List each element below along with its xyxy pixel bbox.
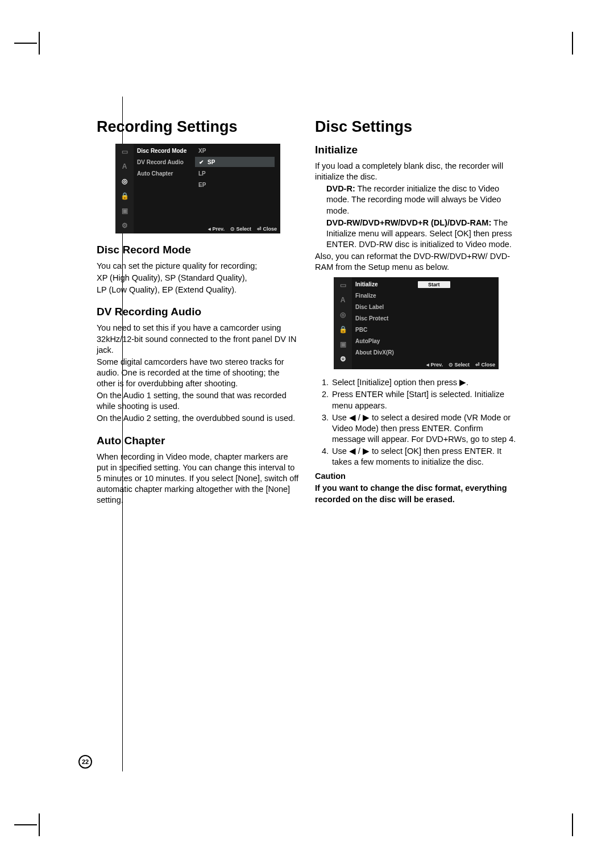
osd-row: EP	[134, 179, 280, 190]
body-text: DVD-RW/DVD+RW/DVD+R (DL)/DVD-RAM: The In…	[326, 218, 517, 250]
check-icon: ✔	[198, 159, 204, 165]
record-icon: ▣	[119, 205, 130, 216]
body-text: DVD-R: The recorder initialize the disc …	[326, 183, 517, 216]
osd-footer-prev: ◂ Prev.	[208, 226, 225, 232]
heading-auto-chapter: Auto Chapter	[97, 435, 299, 447]
osd-label: Disc Protect	[352, 315, 414, 322]
osd-value: Start	[414, 281, 499, 287]
disc-icon: ◎	[119, 176, 130, 187]
steps-list: Select [Initialize] option then press ▶.…	[315, 377, 517, 468]
osd-disc-menu: ▭ A ◎ 🔒 ▣ ⚙ Initialize Start Finalize Di…	[334, 277, 499, 369]
list-item: Press ENTER while [Start] is selected. I…	[331, 389, 517, 411]
content: Recording Settings ▭ A ◎ 🔒 ▣ ⚙ Disc Reco…	[97, 118, 517, 507]
caution-text: If you want to change the disc format, e…	[315, 483, 517, 504]
osd-row-selected: DV Record Audio ✔SP	[134, 156, 280, 168]
crop-mark	[572, 813, 573, 836]
osd-label: Initialize	[352, 281, 414, 287]
right-column: Disc Settings Initialize If you load a c…	[315, 118, 517, 507]
osd-row: Disc Record Mode XP	[134, 145, 280, 156]
osd-value-text: SP	[208, 159, 215, 165]
list-item: Use ◀ / ▶ to select [OK] then press ENTE…	[331, 446, 517, 468]
tv-icon: ▭	[337, 279, 349, 291]
body-text: Also, you can reformat the DVD-RW/DVD+RW…	[315, 251, 517, 273]
tv-icon: ▭	[119, 146, 130, 157]
gear-icon: ⚙	[337, 353, 349, 365]
body-text: Some digital camcorders have two stereo …	[97, 357, 299, 389]
disc-icon: ◎	[337, 309, 349, 320]
osd-row: PBC	[352, 324, 499, 335]
page: Recording Settings ▭ A ◎ 🔒 ▣ ⚙ Disc Reco…	[0, 0, 614, 868]
osd-label: PBC	[352, 327, 414, 333]
crop-mark	[572, 32, 573, 55]
crop-mark	[14, 43, 37, 44]
osd-label: Disc Label	[352, 304, 414, 310]
osd-row: Disc Protect	[352, 312, 499, 324]
osd-label: AutoPlay	[352, 338, 414, 344]
record-icon: ▣	[337, 339, 349, 350]
osd-row: Initialize Start	[352, 278, 499, 290]
osd-footer-select: ⊙ Select	[230, 226, 251, 232]
osd-value: XP	[195, 148, 280, 154]
crop-mark	[14, 824, 37, 825]
osd-label: Auto Chapter	[134, 170, 195, 177]
lock-icon: 🔒	[119, 190, 130, 202]
osd-label: Disc Record Mode	[134, 148, 195, 154]
osd-recording-menu: ▭ A ◎ 🔒 ▣ ⚙ Disc Record Mode XP DV Recor…	[115, 144, 280, 233]
osd-icon-column: ▭ A ◎ 🔒 ▣ ⚙	[115, 144, 134, 233]
osd-body: Initialize Start Finalize Disc Label Dis…	[352, 277, 499, 369]
osd-row: Auto Chapter LP	[134, 168, 280, 179]
osd-footer-close: ⏎ Close	[475, 362, 495, 368]
osd-footer-select: ⊙ Select	[449, 362, 470, 368]
label-dvd-rw: DVD-RW/DVD+RW/DVD+R (DL)/DVD-RAM:	[326, 218, 491, 227]
osd-value: EP	[195, 182, 280, 188]
osd-row: Disc Label	[352, 301, 499, 312]
osd-footer-prev: ◂ Prev.	[426, 362, 443, 368]
body-text: XP (High Quality), SP (Standard Quality)…	[97, 273, 299, 283]
gear-icon: ⚙	[119, 220, 130, 231]
indented-block: DVD-R: The recorder initialize the disc …	[315, 183, 517, 250]
body-text: On the Audio 1 setting, the sound that w…	[97, 390, 299, 412]
osd-value: ✔SP	[195, 157, 275, 167]
caution-label: Caution	[315, 471, 517, 482]
lock-icon: 🔒	[337, 324, 349, 335]
osd-value: LP	[195, 170, 280, 177]
osd-footer: ◂ Prev. ⊙ Select ⏎ Close	[426, 360, 495, 369]
osd-label: DV Record Audio	[134, 159, 195, 165]
body-text: When recording in Video mode, chapter ma…	[97, 452, 299, 506]
osd-footer: ◂ Prev. ⊙ Select ⏎ Close	[208, 224, 277, 233]
heading-recording-settings: Recording Settings	[97, 118, 299, 136]
list-item: Select [Initialize] option then press ▶.	[331, 377, 517, 388]
letter-a-icon: A	[119, 161, 130, 172]
body-text: On the Audio 2 setting, the overdubbed s…	[97, 413, 299, 424]
start-button: Start	[418, 281, 450, 288]
osd-row: About DivX(R)	[352, 347, 499, 358]
crop-mark	[39, 813, 40, 836]
left-column: Recording Settings ▭ A ◎ 🔒 ▣ ⚙ Disc Reco…	[97, 118, 299, 507]
osd-footer-close: ⏎ Close	[257, 226, 277, 232]
body-text: You need to set this if you have a camco…	[97, 323, 299, 355]
heading-disc-record-mode: Disc Record Mode	[97, 244, 299, 256]
heading-initialize: Initialize	[315, 144, 517, 156]
heading-disc-settings: Disc Settings	[315, 118, 517, 136]
osd-label: About DivX(R)	[352, 349, 414, 356]
osd-row: Finalize	[352, 290, 499, 301]
label-dvd-r: DVD-R:	[326, 184, 355, 193]
heading-dv-recording-audio: DV Recording Audio	[97, 306, 299, 318]
list-item: Use ◀ / ▶ to select a desired mode (VR M…	[331, 412, 517, 445]
page-number: 22	[78, 755, 92, 769]
osd-label: Finalize	[352, 293, 414, 299]
body-text: You can set the picture quality for reco…	[97, 261, 299, 272]
osd-row: AutoPlay	[352, 335, 499, 347]
letter-a-icon: A	[337, 294, 349, 306]
body-text: If you load a completely blank disc, the…	[315, 161, 517, 182]
crop-mark	[39, 32, 40, 55]
osd-icon-column: ▭ A ◎ 🔒 ▣ ⚙	[334, 277, 352, 369]
body-text: LP (Low Quality), EP (Extend Quality).	[97, 285, 299, 295]
osd-body: Disc Record Mode XP DV Record Audio ✔SP …	[134, 144, 280, 233]
